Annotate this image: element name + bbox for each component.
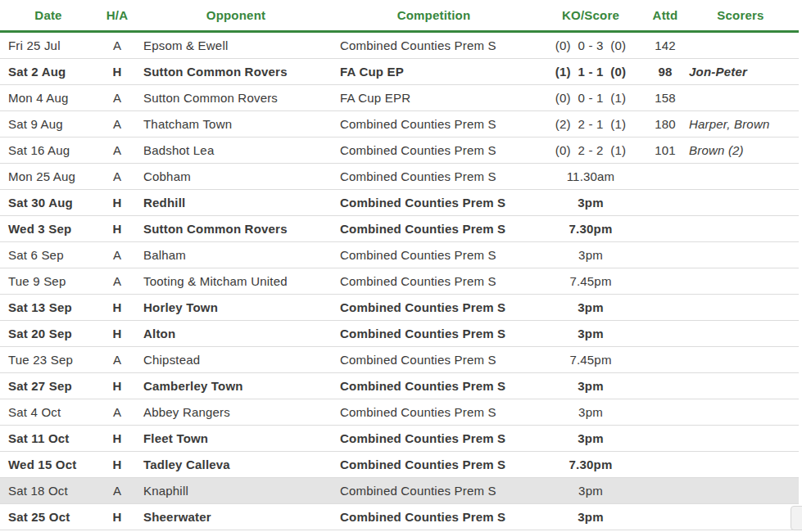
cell-opponent: Sutton Common Rovers — [138, 59, 334, 85]
cell-ha: H — [97, 295, 138, 321]
table-row[interactable]: Sat 30 AugHRedhillCombined Counties Prem… — [0, 190, 799, 216]
cell-opponent: Horley Town — [138, 295, 334, 321]
cell-competition: Combined Counties Prem S — [334, 164, 533, 190]
scroll-widget-button[interactable] — [791, 506, 802, 530]
cell-date: Mon 4 Aug — [0, 85, 97, 111]
cell-opponent: Alton — [138, 321, 334, 347]
cell-competition: Combined Counties Prem S — [334, 399, 533, 426]
fixtures-table: DateH/AOpponentCompetitionKO/ScoreAttdSc… — [0, 0, 799, 530]
table-row[interactable]: Sat 4 OctAAbbey RangersCombined Counties… — [0, 399, 799, 426]
cell-attd — [648, 216, 682, 242]
column-header-ko_score: KO/Score — [533, 0, 648, 32]
cell-scorers — [682, 504, 799, 530]
cell-attd — [648, 295, 682, 321]
cell-competition: FA Cup EPR — [334, 85, 533, 111]
cell-ha: H — [97, 452, 138, 478]
cell-scorers — [682, 373, 799, 399]
cell-ha: H — [97, 426, 138, 452]
cell-scorers: Jon-Peter — [682, 59, 799, 85]
table-row[interactable]: Sat 25 OctHSheerwaterCombined Counties P… — [0, 504, 799, 530]
column-header-date: Date — [0, 0, 97, 32]
cell-opponent: Cobham — [138, 164, 334, 190]
cell-competition: Combined Counties Prem S — [334, 478, 533, 504]
table-row[interactable]: Mon 4 AugASutton Common RoversFA Cup EPR… — [0, 85, 799, 111]
table-row[interactable]: Tue 9 SepATooting & Mitcham UnitedCombin… — [0, 268, 799, 295]
table-row[interactable]: Sat 27 SepHCamberley TownCombined Counti… — [0, 373, 799, 399]
cell-competition: Combined Counties Prem S — [334, 373, 533, 399]
cell-opponent: Sutton Common Rovers — [138, 216, 334, 242]
table-row[interactable]: Sat 16 AugABadshot LeaCombined Counties … — [0, 138, 799, 164]
cell-scorers: Harper, Brown — [682, 111, 799, 138]
cell-scorers — [682, 164, 799, 190]
table-row[interactable]: Sat 20 SepHAltonCombined Counties Prem S… — [0, 321, 799, 347]
cell-opponent: Badshot Lea — [138, 138, 334, 164]
cell-ko_score: 7.30pm — [533, 216, 648, 242]
cell-ha: H — [97, 190, 138, 216]
cell-attd — [648, 268, 682, 295]
column-header-attd: Attd — [648, 0, 682, 32]
cell-scorers — [682, 216, 799, 242]
cell-attd — [648, 321, 682, 347]
cell-scorers — [682, 426, 799, 452]
cell-ha: A — [97, 111, 138, 138]
table-row[interactable]: Wed 15 OctHTadley CallevaCombined Counti… — [0, 452, 799, 478]
table-row[interactable]: Sat 18 OctAKnaphillCombined Counties Pre… — [0, 478, 799, 504]
cell-ko_score: 3pm — [533, 373, 648, 399]
table-row[interactable]: Sat 11 OctHFleet TownCombined Counties P… — [0, 426, 799, 452]
cell-attd — [648, 504, 682, 530]
cell-ha: H — [97, 321, 138, 347]
cell-opponent: Tooting & Mitcham United — [138, 268, 334, 295]
cell-date: Sat 2 Aug — [0, 59, 97, 85]
cell-competition: Combined Counties Prem S — [334, 295, 533, 321]
cell-ko_score: 7.45pm — [533, 268, 648, 295]
cell-ha: A — [97, 268, 138, 295]
fixtures-table-header: DateH/AOpponentCompetitionKO/ScoreAttdSc… — [0, 0, 799, 32]
cell-competition: Combined Counties Prem S — [334, 268, 533, 295]
cell-ko_score: (0) 0 - 1 (1) — [533, 85, 648, 111]
cell-attd: 101 — [648, 138, 682, 164]
table-row[interactable]: Tue 23 SepAChipsteadCombined Counties Pr… — [0, 347, 799, 373]
cell-ha: A — [97, 399, 138, 426]
cell-ha: A — [97, 347, 138, 373]
cell-date: Sat 16 Aug — [0, 138, 97, 164]
cell-opponent: Chipstead — [138, 347, 334, 373]
table-row[interactable]: Mon 25 AugACobhamCombined Counties Prem … — [0, 164, 799, 190]
cell-date: Sat 13 Sep — [0, 295, 97, 321]
table-row[interactable]: Sat 9 AugAThatcham TownCombined Counties… — [0, 111, 799, 138]
fixtures-table-body: Fri 25 JulAEpsom & EwellCombined Countie… — [0, 32, 799, 530]
cell-competition: Combined Counties Prem S — [334, 216, 533, 242]
cell-attd: 158 — [648, 85, 682, 111]
cell-competition: Combined Counties Prem S — [334, 504, 533, 530]
cell-attd: 180 — [648, 111, 682, 138]
cell-opponent: Epsom & Ewell — [138, 32, 334, 59]
cell-ko_score: 3pm — [533, 426, 648, 452]
column-header-ha: H/A — [97, 0, 138, 32]
cell-ko_score: 3pm — [533, 242, 648, 268]
cell-ko_score: 3pm — [533, 295, 648, 321]
cell-ko_score: 7.45pm — [533, 347, 648, 373]
cell-ha: A — [97, 242, 138, 268]
cell-date: Sat 27 Sep — [0, 373, 97, 399]
cell-opponent: Fleet Town — [138, 426, 334, 452]
cell-competition: Combined Counties Prem S — [334, 242, 533, 268]
cell-opponent: Tadley Calleva — [138, 452, 334, 478]
cell-ko_score: (2) 2 - 1 (1) — [533, 111, 648, 138]
table-row[interactable]: Fri 25 JulAEpsom & EwellCombined Countie… — [0, 32, 799, 59]
cell-opponent: Sheerwater — [138, 504, 334, 530]
cell-ko_score: 3pm — [533, 478, 648, 504]
cell-attd — [648, 478, 682, 504]
cell-opponent: Redhill — [138, 190, 334, 216]
cell-scorers — [682, 347, 799, 373]
table-row[interactable]: Sat 2 AugHSutton Common RoversFA Cup EP(… — [0, 59, 799, 85]
table-row[interactable]: Sat 13 SepHHorley TownCombined Counties … — [0, 295, 799, 321]
cell-ko_score: (0) 2 - 2 (1) — [533, 138, 648, 164]
cell-date: Tue 9 Sep — [0, 268, 97, 295]
cell-ha: A — [97, 164, 138, 190]
cell-attd — [648, 399, 682, 426]
cell-date: Sat 9 Aug — [0, 111, 97, 138]
cell-date: Sat 30 Aug — [0, 190, 97, 216]
cell-attd — [648, 452, 682, 478]
table-row[interactable]: Wed 3 SepHSutton Common RoversCombined C… — [0, 216, 799, 242]
table-row[interactable]: Sat 6 SepABalhamCombined Counties Prem S… — [0, 242, 799, 268]
cell-competition: Combined Counties Prem S — [334, 347, 533, 373]
